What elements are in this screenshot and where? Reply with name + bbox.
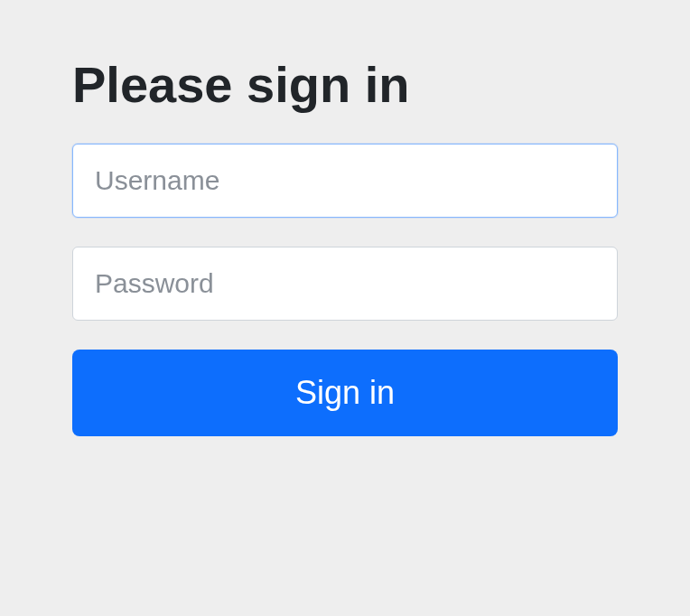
username-group [72,144,618,218]
signin-container: Please sign in Sign in [0,0,690,436]
password-group [72,247,618,321]
signin-button[interactable]: Sign in [72,350,618,436]
username-input[interactable] [72,144,618,218]
page-title: Please sign in [72,54,618,115]
password-input[interactable] [72,247,618,321]
